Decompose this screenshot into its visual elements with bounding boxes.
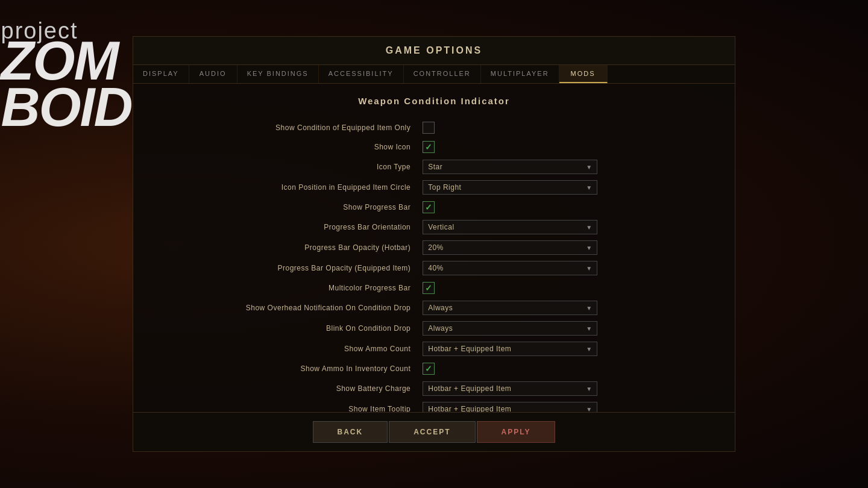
dropdown-progress-bar-opacity-hotbar[interactable]: 20%▼ xyxy=(423,240,597,255)
dropdown-value-blink-on-condition-drop: Always xyxy=(428,324,581,333)
setting-control-show-progress-bar: ✓ xyxy=(423,201,717,213)
dropdown-blink-on-condition-drop[interactable]: Always▼ xyxy=(423,321,597,336)
settings-content: Weapon Condition Indicator Show Conditio… xyxy=(133,84,735,412)
dropdown-arrow-icon-position: ▼ xyxy=(586,184,592,191)
dropdown-show-battery-charge[interactable]: Hotbar + Equipped Item▼ xyxy=(423,381,597,396)
setting-row-show-ammo-count: Show Ammo CountHotbar + Equipped Item▼ xyxy=(151,339,717,359)
setting-label-icon-type: Icon Type xyxy=(151,163,423,171)
setting-control-icon-type: Star▼ xyxy=(423,160,717,174)
setting-label-multicolor-progress-bar: Multicolor Progress Bar xyxy=(151,284,423,292)
setting-row-show-ammo-inventory-count: Show Ammo In Inventory Count✓ xyxy=(151,359,717,378)
setting-control-show-icon: ✓ xyxy=(423,141,717,153)
tab-multiplayer[interactable]: MULTIPLAYER xyxy=(481,65,559,83)
setting-row-progress-bar-opacity-hotbar: Progress Bar Opacity (Hotbar)20%▼ xyxy=(151,237,717,258)
dropdown-arrow-blink-on-condition-drop: ▼ xyxy=(586,325,592,332)
checkbox-multicolor-progress-bar[interactable]: ✓ xyxy=(423,282,435,294)
checkbox-show-ammo-inventory-count[interactable]: ✓ xyxy=(423,363,435,375)
setting-row-show-battery-charge: Show Battery ChargeHotbar + Equipped Ite… xyxy=(151,378,717,399)
setting-control-show-item-tooltip: Hotbar + Equipped Item▼ xyxy=(423,402,717,412)
settings-rows: Show Condition of Equipped Item OnlyShow… xyxy=(151,118,717,412)
dropdown-arrow-show-overhead-notification-condition-drop: ▼ xyxy=(586,305,592,311)
game-options-dialog: GAME OPTIONS DISPLAY AUDIO KEY BINDINGS … xyxy=(133,36,735,452)
checkbox-show-icon[interactable]: ✓ xyxy=(423,141,435,153)
dialog-header: GAME OPTIONS xyxy=(133,37,735,65)
setting-control-blink-on-condition-drop: Always▼ xyxy=(423,321,717,336)
setting-control-show-ammo-count: Hotbar + Equipped Item▼ xyxy=(423,342,717,356)
tab-accessibility[interactable]: ACCESSIBILITY xyxy=(319,65,404,83)
setting-row-multicolor-progress-bar: Multicolor Progress Bar✓ xyxy=(151,278,717,298)
setting-row-show-icon: Show Icon✓ xyxy=(151,137,717,157)
setting-label-show-ammo-inventory-count: Show Ammo In Inventory Count xyxy=(151,364,423,373)
dropdown-show-ammo-count[interactable]: Hotbar + Equipped Item▼ xyxy=(423,342,597,356)
dropdown-value-progress-bar-orientation: Vertical xyxy=(428,223,581,231)
dropdown-value-icon-type: Star xyxy=(428,163,581,171)
setting-label-progress-bar-opacity-equipped: Progress Bar Opacity (Equipped Item) xyxy=(151,264,423,272)
setting-control-show-battery-charge: Hotbar + Equipped Item▼ xyxy=(423,381,717,396)
dropdown-arrow-progress-bar-opacity-equipped: ▼ xyxy=(586,265,592,272)
tab-display[interactable]: DISPLAY xyxy=(133,65,189,83)
setting-control-show-ammo-inventory-count: ✓ xyxy=(423,363,717,375)
tabs-bar: DISPLAY AUDIO KEY BINDINGS ACCESSIBILITY… xyxy=(133,65,735,84)
setting-row-show-item-tooltip: Show Item TooltipHotbar + Equipped Item▼ xyxy=(151,399,717,412)
setting-control-show-overhead-notification-condition-drop: Always▼ xyxy=(423,301,717,315)
setting-label-show-item-tooltip: Show Item Tooltip xyxy=(151,405,423,412)
setting-label-show-ammo-count: Show Ammo Count xyxy=(151,345,423,353)
dialog-footer: BACK ACCEPT APPLY xyxy=(133,412,735,451)
back-button[interactable]: BACK xyxy=(313,421,388,443)
setting-control-show-condition-equipped-only xyxy=(423,122,717,134)
setting-row-show-overhead-notification-condition-drop: Show Overhead Notification On Condition … xyxy=(151,298,717,318)
checkbox-show-progress-bar[interactable]: ✓ xyxy=(423,201,435,213)
tab-controller[interactable]: CONTROLLER xyxy=(404,65,481,83)
section-title: Weapon Condition Indicator xyxy=(151,96,717,106)
dropdown-arrow-show-battery-charge: ▼ xyxy=(586,386,592,392)
dialog-title: GAME OPTIONS xyxy=(386,45,482,55)
dropdown-icon-type[interactable]: Star▼ xyxy=(423,160,597,174)
setting-control-progress-bar-orientation: Vertical▼ xyxy=(423,220,717,234)
setting-control-progress-bar-opacity-equipped: 40%▼ xyxy=(423,261,717,275)
dropdown-arrow-progress-bar-opacity-hotbar: ▼ xyxy=(586,245,592,251)
dropdown-icon-position[interactable]: Top Right▼ xyxy=(423,180,597,195)
dropdown-show-overhead-notification-condition-drop[interactable]: Always▼ xyxy=(423,301,597,315)
setting-row-blink-on-condition-drop: Blink On Condition DropAlways▼ xyxy=(151,318,717,339)
setting-label-show-condition-equipped-only: Show Condition of Equipped Item Only xyxy=(151,124,423,132)
setting-label-icon-position: Icon Position in Equipped Item Circle xyxy=(151,183,423,192)
logo-area: project ZOMBOID xyxy=(0,0,133,488)
checkbox-show-condition-equipped-only[interactable] xyxy=(423,122,435,134)
setting-row-show-condition-equipped-only: Show Condition of Equipped Item Only xyxy=(151,118,717,137)
dropdown-value-show-item-tooltip: Hotbar + Equipped Item xyxy=(428,405,581,412)
setting-row-icon-type: Icon TypeStar▼ xyxy=(151,157,717,177)
setting-control-progress-bar-opacity-hotbar: 20%▼ xyxy=(423,240,717,255)
dropdown-value-icon-position: Top Right xyxy=(428,183,581,192)
dropdown-value-show-ammo-count: Hotbar + Equipped Item xyxy=(428,345,581,353)
tab-keybindings[interactable]: KEY BINDINGS xyxy=(237,65,319,83)
setting-row-progress-bar-opacity-equipped: Progress Bar Opacity (Equipped Item)40%▼ xyxy=(151,258,717,278)
apply-button[interactable]: APPLY xyxy=(477,421,556,443)
tab-audio[interactable]: AUDIO xyxy=(189,65,237,83)
setting-label-show-progress-bar: Show Progress Bar xyxy=(151,203,423,211)
dropdown-progress-bar-opacity-equipped[interactable]: 40%▼ xyxy=(423,261,597,275)
tab-mods[interactable]: Mods xyxy=(559,65,608,83)
dropdown-progress-bar-orientation[interactable]: Vertical▼ xyxy=(423,220,597,234)
setting-label-progress-bar-opacity-hotbar: Progress Bar Opacity (Hotbar) xyxy=(151,243,423,252)
dropdown-value-show-battery-charge: Hotbar + Equipped Item xyxy=(428,384,581,393)
setting-label-show-icon: Show Icon xyxy=(151,143,423,151)
setting-label-progress-bar-orientation: Progress Bar Orientation xyxy=(151,223,423,231)
setting-row-icon-position: Icon Position in Equipped Item CircleTop… xyxy=(151,177,717,198)
setting-label-blink-on-condition-drop: Blink On Condition Drop xyxy=(151,324,423,333)
dropdown-arrow-show-ammo-count: ▼ xyxy=(586,346,592,352)
setting-row-show-progress-bar: Show Progress Bar✓ xyxy=(151,198,717,217)
setting-label-show-overhead-notification-condition-drop: Show Overhead Notification On Condition … xyxy=(151,304,423,312)
accept-button[interactable]: ACCEPT xyxy=(389,421,475,443)
dropdown-value-show-overhead-notification-condition-drop: Always xyxy=(428,304,581,312)
dropdown-value-progress-bar-opacity-hotbar: 20% xyxy=(428,243,581,252)
setting-control-multicolor-progress-bar: ✓ xyxy=(423,282,717,294)
setting-label-show-battery-charge: Show Battery Charge xyxy=(151,384,423,393)
dropdown-show-item-tooltip[interactable]: Hotbar + Equipped Item▼ xyxy=(423,402,597,412)
dropdown-arrow-icon-type: ▼ xyxy=(586,164,592,170)
setting-row-progress-bar-orientation: Progress Bar OrientationVertical▼ xyxy=(151,217,717,237)
logo-zomboid-text: ZOMBOID xyxy=(1,38,132,130)
setting-control-icon-position: Top Right▼ xyxy=(423,180,717,195)
dropdown-arrow-progress-bar-orientation: ▼ xyxy=(586,224,592,231)
dropdown-value-progress-bar-opacity-equipped: 40% xyxy=(428,264,581,272)
dropdown-arrow-show-item-tooltip: ▼ xyxy=(586,406,592,413)
